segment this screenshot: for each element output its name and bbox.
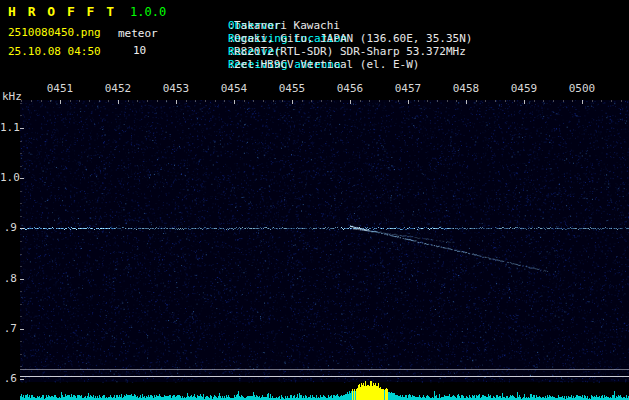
info-value: Ogaki, Gifu, JAPAN (136.60E, 35.35N)	[234, 32, 472, 45]
spectrogram-canvas	[20, 100, 629, 400]
ytick-1.1: 1.1	[0, 121, 17, 134]
xtick-0457: 0457	[395, 82, 422, 95]
info-row-observer: Observer:Takanori Kawachi	[175, 6, 228, 19]
info-value: R820T2(RTL-SDR) SDR-Sharp 53.372MHz	[234, 45, 466, 58]
xtick-0456: 0456	[337, 82, 364, 95]
ytick-0.8: .8	[0, 272, 17, 285]
xtick-0458: 0458	[453, 82, 480, 95]
spectrogram-panel: kHz 1.1 1.0 .9 .8 .7 .6 0451 0452 0453 0…	[0, 75, 629, 400]
ytick-0.6: .6	[0, 372, 17, 385]
info-value: Takanori Kawachi	[234, 19, 340, 32]
hrofft-screenshot: H R O F F T 1.0.0 2510080450.png meteor …	[0, 0, 629, 400]
app-version: 1.0.0	[130, 5, 166, 19]
xtick-0500: 0500	[569, 82, 596, 95]
header: H R O F F T 1.0.0 2510080450.png meteor …	[0, 0, 629, 75]
xtick-0455: 0455	[279, 82, 306, 95]
ytick-1.0: 1.0	[0, 171, 17, 184]
mode-label: meteor	[118, 27, 158, 40]
info-value: 2el-HB9CV Vertical (el. E-W)	[234, 58, 419, 71]
xtick-0452: 0452	[105, 82, 132, 95]
xtick-0454: 0454	[221, 82, 248, 95]
ytick-0.7: .7	[0, 322, 17, 335]
timestamp: 25.10.08 04:50	[8, 45, 101, 58]
interval-minutes: 10	[133, 44, 146, 57]
ytick-0.9: .9	[0, 221, 17, 234]
observer-info: Observer:Takanori Kawachi Receiving Loca…	[175, 6, 228, 58]
xtick-0451: 0451	[47, 82, 74, 95]
app-title: H R O F F T	[8, 4, 116, 19]
xtick-0453: 0453	[163, 82, 190, 95]
xtick-0459: 0459	[511, 82, 538, 95]
output-filename: 2510080450.png	[8, 26, 101, 39]
y-axis-unit-label: kHz	[2, 90, 22, 103]
